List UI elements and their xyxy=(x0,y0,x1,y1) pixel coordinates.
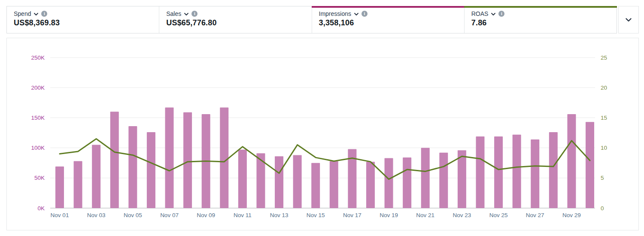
left-axis-tick: 100K xyxy=(31,145,45,151)
chart-panel: 0K50K100K150K200K250K0510152025Nov 01Nov… xyxy=(6,38,639,230)
metric-label: Spend xyxy=(14,10,31,17)
chevron-down-icon xyxy=(626,18,632,22)
x-axis-tick: Nov 11 xyxy=(234,212,252,218)
metric-label: ROAS xyxy=(471,10,489,17)
x-axis-tick: Nov 29 xyxy=(562,212,581,218)
metric-value: US$65,776.80 xyxy=(166,18,304,27)
bar-Nov 06[interactable] xyxy=(147,132,155,208)
info-icon[interactable]: i xyxy=(361,11,368,17)
right-axis-tick: 0 xyxy=(601,205,604,212)
x-axis-tick: Nov 07 xyxy=(160,212,179,218)
x-axis-tick: Nov 09 xyxy=(197,212,215,218)
x-axis-tick: Nov 05 xyxy=(124,212,142,218)
metric-card-sales[interactable]: Sales i US$65,776.80 xyxy=(159,6,311,33)
bar-Nov 21[interactable] xyxy=(421,148,430,208)
card-accent-stripe xyxy=(6,6,159,8)
bar-Nov 04[interactable] xyxy=(110,112,119,208)
roas-line xyxy=(60,139,590,179)
bar-Nov 24[interactable] xyxy=(476,136,484,208)
x-axis-tick: Nov 23 xyxy=(453,212,471,218)
collapse-panel-button[interactable] xyxy=(618,6,639,33)
bar-Nov 30[interactable] xyxy=(586,122,594,208)
metric-label: Impressions xyxy=(319,10,351,17)
metric-value: 7.86 xyxy=(471,18,610,27)
left-axis-tick: 150K xyxy=(31,115,45,121)
left-axis-tick: 200K xyxy=(31,85,45,91)
bar-Nov 19[interactable] xyxy=(385,158,393,208)
bar-Nov 22[interactable] xyxy=(439,153,448,208)
combo-chart[interactable]: 0K50K100K150K200K250K0510152025Nov 01Nov… xyxy=(7,38,638,230)
chevron-down-icon[interactable] xyxy=(354,13,358,15)
x-axis-tick: Nov 01 xyxy=(51,212,69,218)
metric-card-impressions[interactable]: Impressions i 3,358,106 xyxy=(312,6,464,33)
bar-Nov 10[interactable] xyxy=(220,108,228,208)
bar-Nov 13[interactable] xyxy=(275,156,283,208)
info-icon[interactable]: i xyxy=(41,11,47,17)
chevron-down-icon[interactable] xyxy=(34,13,38,15)
metric-card-spend[interactable]: Spend i US$8,369.83 xyxy=(7,6,159,33)
x-axis-tick: Nov 15 xyxy=(307,212,325,218)
bar-Nov 16[interactable] xyxy=(330,161,338,208)
bar-Nov 07[interactable] xyxy=(165,108,174,208)
bar-Nov 20[interactable] xyxy=(403,157,411,208)
x-axis-tick: Nov 03 xyxy=(87,212,106,218)
bar-Nov 15[interactable] xyxy=(311,163,320,208)
right-axis-tick: 25 xyxy=(601,54,607,61)
bar-Nov 27[interactable] xyxy=(531,139,539,208)
x-axis-tick: Nov 13 xyxy=(270,212,289,218)
right-axis-tick: 5 xyxy=(601,175,604,181)
card-accent-stripe xyxy=(464,6,617,8)
bar-Nov 11[interactable] xyxy=(238,150,247,208)
left-axis-tick: 0K xyxy=(37,205,45,212)
right-axis-tick: 10 xyxy=(601,145,607,151)
bar-Nov 01[interactable] xyxy=(55,166,64,208)
x-axis-tick: Nov 21 xyxy=(416,212,434,218)
bar-Nov 14[interactable] xyxy=(293,155,302,208)
metric-value: US$8,369.83 xyxy=(14,18,152,27)
card-accent-stripe xyxy=(159,6,312,8)
bar-Nov 05[interactable] xyxy=(128,126,137,208)
metric-card-roas[interactable]: ROAS i 7.86 xyxy=(464,6,617,33)
card-accent-stripe xyxy=(312,6,465,8)
bar-Nov 18[interactable] xyxy=(366,162,375,208)
left-axis-tick: 50K xyxy=(34,175,45,181)
info-icon[interactable]: i xyxy=(191,11,197,17)
bar-Nov 25[interactable] xyxy=(494,136,503,208)
chevron-down-icon[interactable] xyxy=(184,13,188,15)
chevron-down-icon[interactable] xyxy=(491,13,495,15)
right-axis-tick: 15 xyxy=(601,115,607,121)
bar-Nov 08[interactable] xyxy=(183,112,192,208)
bar-Nov 29[interactable] xyxy=(567,114,576,208)
bar-Nov 26[interactable] xyxy=(513,135,521,208)
bar-Nov 03[interactable] xyxy=(92,145,100,208)
info-icon[interactable]: i xyxy=(498,11,504,17)
metric-value: 3,358,106 xyxy=(319,18,457,27)
right-axis-tick: 20 xyxy=(601,85,607,91)
x-axis-tick: Nov 25 xyxy=(489,212,508,218)
left-axis-tick: 250K xyxy=(31,54,45,61)
bar-Nov 23[interactable] xyxy=(458,150,466,208)
x-axis-tick: Nov 27 xyxy=(526,212,544,218)
metric-label: Sales xyxy=(166,10,181,17)
x-axis-tick: Nov 19 xyxy=(380,212,398,218)
metric-cards-row: Spend i US$8,369.83 Sales i US$65,776.80… xyxy=(6,6,617,33)
bar-Nov 28[interactable] xyxy=(549,132,558,208)
bar-Nov 02[interactable] xyxy=(74,161,82,208)
x-axis-tick: Nov 17 xyxy=(343,212,361,218)
